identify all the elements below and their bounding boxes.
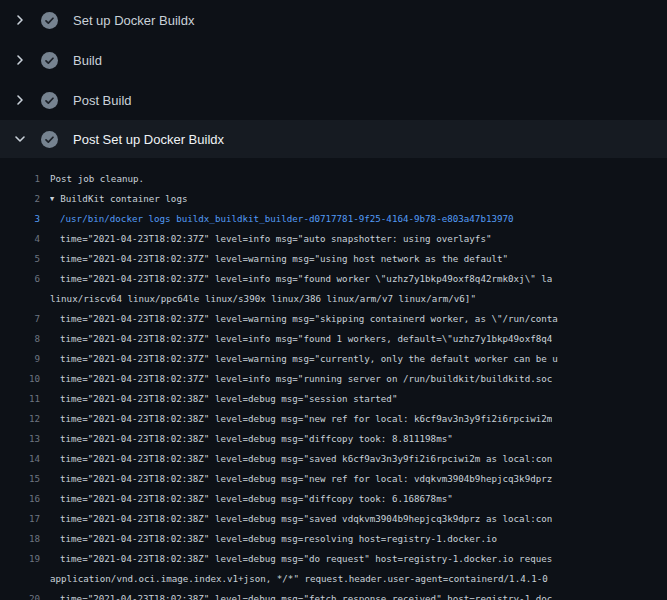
log-line: 2▼BuildKit container logs bbox=[0, 189, 667, 209]
log-text: Post job cleanup. bbox=[50, 169, 144, 189]
log-text: time="2021-04-23T18:02:38Z" level=debug … bbox=[60, 589, 552, 600]
log-text: time="2021-04-23T18:02:37Z" level=warnin… bbox=[60, 349, 558, 369]
log-line: 13time="2021-04-23T18:02:38Z" level=debu… bbox=[0, 429, 667, 449]
step-label: Build bbox=[73, 53, 102, 68]
log-text: linux/riscv64 linux/ppc64le linux/s390x … bbox=[50, 289, 476, 309]
log-line: 7time="2021-04-23T18:02:37Z" level=warni… bbox=[0, 309, 667, 329]
log-line: 3/usr/bin/docker logs buildx_buildkit_bu… bbox=[0, 209, 667, 229]
step-label: Post Set up Docker Buildx bbox=[73, 132, 224, 147]
log-line: 5time="2021-04-23T18:02:37Z" level=warni… bbox=[0, 249, 667, 269]
check-circle-icon bbox=[41, 52, 58, 69]
line-number[interactable]: 20 bbox=[0, 589, 40, 600]
step-label: Set up Docker Buildx bbox=[73, 13, 194, 28]
log-line: 6time="2021-04-23T18:02:37Z" level=info … bbox=[0, 269, 667, 289]
line-number[interactable]: 9 bbox=[0, 349, 40, 369]
step-row-post-build[interactable]: Post Build bbox=[0, 80, 667, 120]
line-number[interactable]: 15 bbox=[0, 469, 40, 489]
line-number[interactable]: 11 bbox=[0, 389, 40, 409]
line-number bbox=[0, 569, 40, 589]
log-text: time="2021-04-23T18:02:37Z" level=info m… bbox=[60, 229, 491, 249]
log-text: time="2021-04-23T18:02:38Z" level=debug … bbox=[60, 429, 453, 449]
log-line: 4time="2021-04-23T18:02:37Z" level=info … bbox=[0, 229, 667, 249]
chevron-right-icon bbox=[12, 92, 28, 108]
check-circle-icon bbox=[41, 92, 58, 109]
log-line: 11time="2021-04-23T18:02:38Z" level=debu… bbox=[0, 389, 667, 409]
log-line: 19time="2021-04-23T18:02:38Z" level=debu… bbox=[0, 549, 667, 569]
check-circle-icon bbox=[41, 12, 58, 29]
log-text: time="2021-04-23T18:02:38Z" level=debug … bbox=[60, 489, 453, 509]
line-number[interactable]: 4 bbox=[0, 229, 40, 249]
log-line: 20time="2021-04-23T18:02:38Z" level=debu… bbox=[0, 589, 667, 600]
line-number[interactable]: 1 bbox=[0, 169, 40, 189]
step-row-post-set-up-docker-buildx[interactable]: Post Set up Docker Buildx bbox=[0, 120, 667, 158]
log-line: 18time="2021-04-23T18:02:38Z" level=debu… bbox=[0, 529, 667, 549]
line-number[interactable]: 14 bbox=[0, 449, 40, 469]
log-area: 1Post job cleanup.2▼BuildKit container l… bbox=[0, 158, 667, 600]
line-number[interactable]: 19 bbox=[0, 549, 40, 569]
step-row-build[interactable]: Build bbox=[0, 40, 667, 80]
log-text: time="2021-04-23T18:02:38Z" level=debug … bbox=[60, 529, 497, 549]
line-number[interactable]: 6 bbox=[0, 269, 40, 289]
log-text: time="2021-04-23T18:02:38Z" level=debug … bbox=[60, 409, 552, 429]
step-label: Post Build bbox=[73, 93, 132, 108]
chevron-down-icon bbox=[12, 131, 28, 147]
line-number bbox=[0, 289, 40, 309]
group-toggle-icon[interactable]: ▼ bbox=[50, 189, 54, 209]
line-number[interactable]: 8 bbox=[0, 329, 40, 349]
line-number[interactable]: 17 bbox=[0, 509, 40, 529]
log-line: 9time="2021-04-23T18:02:37Z" level=warni… bbox=[0, 349, 667, 369]
chevron-right-icon bbox=[12, 52, 28, 68]
job-log-viewer: Set up Docker BuildxBuildPost BuildPost … bbox=[0, 0, 667, 600]
log-text: time="2021-04-23T18:02:37Z" level=warnin… bbox=[60, 249, 508, 269]
log-command-text: /usr/bin/docker logs buildx_buildkit_bui… bbox=[60, 209, 514, 229]
line-number[interactable]: 10 bbox=[0, 369, 40, 389]
line-number[interactable]: 2 bbox=[0, 189, 40, 209]
log-line: 1Post job cleanup. bbox=[0, 169, 667, 189]
group-title: BuildKit container logs bbox=[60, 193, 187, 204]
steps-list: Set up Docker BuildxBuildPost BuildPost … bbox=[0, 0, 667, 158]
check-circle-icon bbox=[41, 131, 58, 148]
line-number[interactable]: 13 bbox=[0, 429, 40, 449]
log-line: 12time="2021-04-23T18:02:38Z" level=debu… bbox=[0, 409, 667, 429]
log-text: time="2021-04-23T18:02:37Z" level=info m… bbox=[60, 269, 552, 289]
line-number[interactable]: 18 bbox=[0, 529, 40, 549]
log-line-continuation: linux/riscv64 linux/ppc64le linux/s390x … bbox=[0, 289, 667, 309]
log-text: time="2021-04-23T18:02:38Z" level=debug … bbox=[60, 449, 552, 469]
log-text: application/vnd.oci.image.index.v1+json,… bbox=[50, 569, 548, 589]
log-text: time="2021-04-23T18:02:38Z" level=debug … bbox=[60, 389, 397, 409]
line-number[interactable]: 12 bbox=[0, 409, 40, 429]
line-number[interactable]: 16 bbox=[0, 489, 40, 509]
log-line: 8time="2021-04-23T18:02:37Z" level=info … bbox=[0, 329, 667, 349]
log-line: 10time="2021-04-23T18:02:37Z" level=info… bbox=[0, 369, 667, 389]
log-line-continuation: application/vnd.oci.image.index.v1+json,… bbox=[0, 569, 667, 589]
log-line: 15time="2021-04-23T18:02:38Z" level=debu… bbox=[0, 469, 667, 489]
log-line: 17time="2021-04-23T18:02:38Z" level=debu… bbox=[0, 509, 667, 529]
step-row-set-up-docker-buildx[interactable]: Set up Docker Buildx bbox=[0, 0, 667, 40]
log-line: 14time="2021-04-23T18:02:38Z" level=debu… bbox=[0, 449, 667, 469]
line-number[interactable]: 3 bbox=[0, 209, 40, 229]
chevron-right-icon bbox=[12, 12, 28, 28]
log-text: time="2021-04-23T18:02:38Z" level=debug … bbox=[60, 469, 552, 489]
log-text: ▼BuildKit container logs bbox=[50, 189, 187, 209]
log-text: time="2021-04-23T18:02:38Z" level=debug … bbox=[60, 549, 552, 569]
line-number[interactable]: 5 bbox=[0, 249, 40, 269]
log-text: time="2021-04-23T18:02:37Z" level=info m… bbox=[60, 329, 552, 349]
log-text: time="2021-04-23T18:02:37Z" level=warnin… bbox=[60, 309, 558, 329]
log-text: time="2021-04-23T18:02:38Z" level=debug … bbox=[60, 509, 552, 529]
log-text: time="2021-04-23T18:02:37Z" level=info m… bbox=[60, 369, 552, 389]
log-line: 16time="2021-04-23T18:02:38Z" level=debu… bbox=[0, 489, 667, 509]
line-number[interactable]: 7 bbox=[0, 309, 40, 329]
